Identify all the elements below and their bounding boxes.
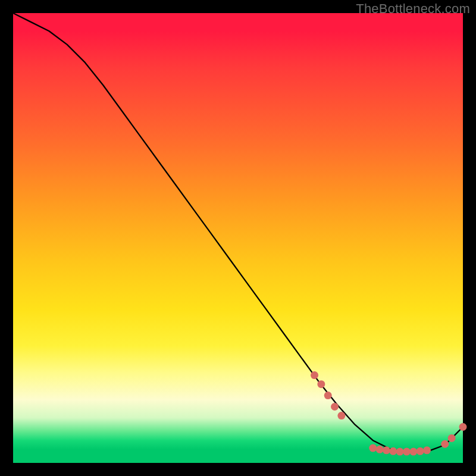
chart-overlay	[13, 13, 463, 463]
data-marker	[448, 434, 456, 442]
data-marker	[389, 447, 397, 455]
chart-stage: TheBottleneck.com	[0, 0, 476, 476]
data-marker	[409, 448, 417, 456]
data-marker	[403, 448, 411, 456]
data-marker	[459, 423, 467, 431]
data-marker	[337, 412, 345, 419]
data-marker	[396, 448, 404, 456]
data-marker	[317, 380, 325, 388]
data-marker	[441, 440, 449, 448]
marker-group	[311, 371, 466, 456]
data-marker	[383, 446, 390, 454]
watermark-text: TheBottleneck.com	[356, 1, 470, 17]
data-marker	[311, 371, 318, 379]
data-marker	[324, 392, 332, 399]
data-marker	[376, 446, 384, 453]
data-marker	[369, 444, 377, 452]
data-marker	[416, 447, 424, 455]
curve-line	[13, 13, 463, 452]
data-marker	[331, 403, 339, 411]
data-marker	[423, 446, 431, 454]
